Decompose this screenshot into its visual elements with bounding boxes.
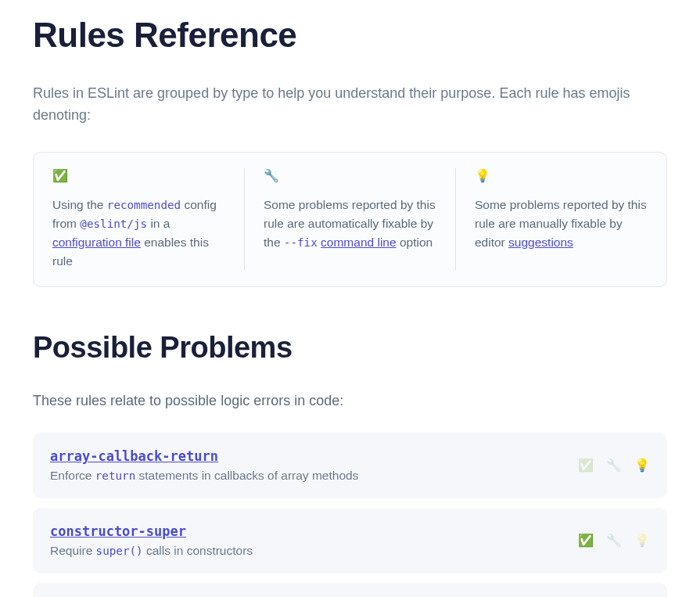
rule-main: array-callback-returnEnforce return stat… [50, 448, 562, 483]
rule-icons: ✅🔧💡 [578, 533, 650, 548]
page-title: Rules Reference [33, 16, 667, 55]
rule-desc: Enforce return statements in callbacks o… [50, 469, 562, 483]
suggestions-link[interactable]: suggestions [508, 236, 573, 249]
legend-recommended-text: Using the recommended config from @eslin… [52, 196, 225, 271]
rule-card: constructor-superRequire super() calls i… [33, 508, 667, 574]
configuration-file-link[interactable]: configuration file [52, 236, 141, 249]
legend-box: ✅ Using the recommended config from @esl… [33, 152, 667, 287]
legend-suggestions: 💡 Some problems reported by this rule ar… [456, 168, 666, 271]
section-desc: These rules relate to possible logic err… [33, 393, 667, 409]
checkmark-icon: ✅ [52, 168, 225, 183]
bulb-icon: 💡 [634, 533, 650, 548]
intro-text: Rules in ESLint are grouped by type to h… [33, 83, 667, 127]
rules-list: array-callback-returnEnforce return stat… [33, 433, 667, 597]
rule-name-link[interactable]: array-callback-return [50, 448, 218, 464]
legend-fixable-text: Some problems reported by this rule are … [264, 196, 436, 252]
rule-desc: Require super() calls in constructors [50, 544, 562, 558]
bulb-icon: 💡 [634, 458, 650, 473]
rule-main: constructor-superRequire super() calls i… [50, 523, 562, 558]
checkmark-icon: ✅ [578, 458, 594, 473]
rule-name-link[interactable]: constructor-super [50, 523, 186, 539]
bulb-icon: 💡 [475, 168, 648, 183]
command-line-link[interactable]: command line [321, 236, 397, 249]
wrench-icon: 🔧 [606, 533, 622, 548]
rule-card: array-callback-returnEnforce return stat… [33, 433, 667, 498]
section-heading: Possible Problems [33, 331, 667, 365]
rule-card: for-direction✅🔧💡 [33, 583, 667, 597]
checkmark-icon: ✅ [578, 533, 594, 548]
wrench-icon: 🔧 [606, 458, 622, 473]
rule-icons: ✅🔧💡 [578, 458, 650, 473]
legend-suggestions-text: Some problems reported by this rule are … [475, 196, 648, 252]
wrench-icon: 🔧 [264, 168, 436, 183]
legend-recommended: ✅ Using the recommended config from @esl… [34, 168, 245, 271]
legend-fixable: 🔧 Some problems reported by this rule ar… [245, 168, 456, 271]
